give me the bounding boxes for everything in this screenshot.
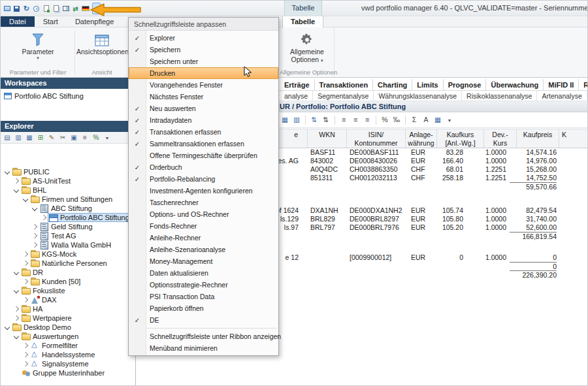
menu-item-taschenrechner[interactable]: Taschenrechner (129, 197, 278, 208)
new-folder-icon[interactable] (35, 133, 46, 143)
de-flag-icon[interactable] (81, 3, 90, 14)
tab-reporting[interactable]: Reporting (579, 79, 588, 90)
intraday-icon[interactable] (32, 3, 41, 14)
menu-item-menueband-minimieren[interactable]: Menüband minimieren (129, 342, 278, 354)
tree-item-handelssysteme[interactable]: Handelssysteme (1, 350, 135, 359)
workspace-item-portfolio-abc-stiftung[interactable]: Portfolio ABC Stiftung (1, 90, 135, 101)
orderbook-icon[interactable] (61, 3, 70, 14)
grid-icon[interactable]: ▦ (433, 115, 443, 125)
bulk-transactions-icon[interactable] (52, 3, 60, 14)
percent-icon[interactable]: % (380, 115, 390, 125)
menu-item-portfolio-rebalancing[interactable]: ✓Portfolio-Rebalancing (129, 173, 278, 185)
properties-icon[interactable] (69, 133, 79, 143)
chevron-icon[interactable] (12, 287, 20, 295)
tree-item-portfolio-abc-stiftung[interactable]: Portfolio ABC Stiftung (1, 213, 135, 222)
chevron-ic icon[interactable] (22, 195, 29, 203)
tab-datei[interactable]: Datei (1, 16, 35, 27)
sort-desc-icon[interactable]: ⇅ (321, 115, 331, 125)
menu-item-anleihe-rechner[interactable]: Anleihe-Rechner (129, 232, 278, 244)
chevron-icon[interactable] (31, 223, 39, 231)
tree-item-auswertungen[interactable]: Auswertungen (1, 332, 135, 341)
chevron-icon[interactable] (22, 259, 29, 267)
tree-item-public[interactable]: PUBLIC (1, 167, 135, 176)
chevron-icon[interactable] (12, 186, 20, 194)
tab-limits[interactable]: Limits (412, 79, 443, 90)
menu-item-orderbuch[interactable]: ✓Orderbuch (129, 161, 278, 173)
parameter-button[interactable]: Parameter ▾ (15, 29, 61, 60)
tree-item-desktop-demo[interactable]: Desktop Demo (1, 323, 135, 332)
chevron-icon[interactable] (12, 314, 20, 322)
tree-item-as-unittest[interactable]: AS-UnitTest (1, 176, 135, 185)
cut-icon[interactable] (57, 133, 68, 143)
menu-item-drucken[interactable]: Drucken (129, 67, 278, 79)
column-header-wkn[interactable]: WKN (308, 129, 347, 148)
columns-view-icon[interactable] (24, 133, 35, 143)
sort-asc-icon[interactable]: ⇅ (309, 115, 319, 125)
tree-item-abc-stiftung[interactable]: ABC Stiftung (1, 204, 135, 213)
menu-item-vorangehendes-fenster[interactable]: Vorangehendes Fenster (129, 79, 278, 91)
menu-item-psi-transaction-data[interactable]: PSI Transaction Data (129, 291, 278, 302)
tree-item-kgs-mock[interactable]: KGS-Mock (1, 249, 135, 259)
tab-mifid-ii[interactable]: MiFID II (544, 79, 579, 90)
subtab-segmentanalyse[interactable]: Segmentanalyse (313, 91, 374, 101)
column-header-k[interactable]: K (559, 129, 588, 148)
tab-transaktionen[interactable]: Transaktionen (315, 79, 374, 90)
menu-item-investment-agenten-konfigurieren[interactable]: Investment-Agenten konfigurieren (129, 185, 278, 197)
tab-start[interactable]: Start (35, 16, 67, 27)
subtab-artenanalyse[interactable]: Artenanalyse (537, 91, 587, 101)
chevron-icon[interactable] (22, 342, 29, 349)
collapse-icon[interactable] (102, 133, 112, 143)
menu-item-de[interactable]: ✓DE (129, 314, 278, 326)
menu-item-intradaydaten[interactable]: ✓Intradaydaten (129, 114, 278, 126)
column-header-devkurs[interactable]: Dev.-Kurs (484, 129, 517, 148)
menu-item-papierkorb-oeffnen[interactable]: Papierkorb öffnen (129, 302, 278, 314)
chevron-icon[interactable] (31, 241, 39, 249)
filter-icon[interactable] (80, 133, 90, 143)
chevron-icon[interactable] (12, 177, 20, 185)
menu-item-optionsstrategie-rechner[interactable]: Optionsstrategie-Rechner (129, 279, 278, 291)
chevron-icon[interactable] (31, 204, 39, 212)
column-header-kaufkurs[interactable]: Kaufkurs[Anl.-Wg.] (437, 129, 484, 148)
chevron-icon[interactable] (12, 305, 20, 313)
edit-icon[interactable] (46, 133, 57, 143)
chevron-icon[interactable] (3, 168, 11, 176)
tree-item-ha[interactable]: HA (1, 304, 135, 314)
tab-ueberwachung[interactable]: Überwachung (486, 79, 544, 90)
menu-item-anleihe-szenarioanalyse[interactable]: Anleihe-Szenarioanalyse (129, 244, 278, 255)
tab-prognose[interactable]: Prognose (444, 79, 487, 90)
allgemeine-optionen-button[interactable]: Allgemeine Optionen ▾ (283, 29, 331, 63)
subtab-analyse[interactable]: analyse (280, 91, 313, 101)
tree-item-walla-walla-gmbh[interactable]: Walla Walla GmbH (1, 240, 135, 249)
refresh-icon[interactable] (22, 3, 31, 14)
rebalancing-icon[interactable] (71, 3, 80, 14)
dropdown-icon[interactable] (444, 115, 455, 125)
menu-item-qat-unter-ribbon[interactable]: Schnellzugriffsleiste unter Ribbon anzei… (129, 330, 278, 342)
chevron-icon[interactable] (22, 278, 29, 285)
tab-ertraege[interactable]: Erträge (280, 79, 315, 90)
subtab-waehrungsklassenanalyse[interactable]: Währungsklassenanalyse (374, 91, 462, 101)
save-icon[interactable] (12, 3, 21, 14)
tree-item-fokusliste[interactable]: Fokusliste (1, 286, 135, 295)
tree-item-kunden[interactable]: Kunden [50] (1, 277, 135, 286)
tree-view-icon[interactable] (2, 133, 12, 143)
chevron-icon[interactable] (40, 214, 48, 221)
tab-tabelle-active[interactable]: Tabelle (282, 16, 323, 27)
tree-item-natuerliche-personen[interactable]: Natürliche Personen (1, 259, 135, 268)
menu-item-options-und-os-rechner[interactable]: Options- und OS-Rechner (129, 208, 278, 220)
chevron-icon[interactable] (22, 250, 29, 258)
subtab-risikoklassenanalyse[interactable]: Risikoklassenanalyse (462, 91, 537, 101)
tree-item-wertpapiere[interactable]: Wertpapiere (1, 314, 135, 323)
menu-item-transaktionen-erfassen[interactable]: ✓Transaktionen erfassen (129, 126, 278, 138)
chevron-icon[interactable] (12, 268, 20, 276)
ansichtsoptionen-button[interactable]: Ansichtsoptionen (76, 29, 127, 56)
column-header-anlagewaehrung[interactable]: Anlage-währung (406, 129, 437, 148)
tree-item-dax[interactable]: DAX (1, 295, 135, 304)
chevron-icon[interactable] (22, 296, 29, 304)
transactions-icon[interactable] (42, 3, 50, 14)
chevron-icon[interactable] (31, 232, 39, 240)
menu-item-speichern[interactable]: ✓Speichern (129, 44, 278, 56)
permille-icon[interactable]: ‰ (391, 115, 402, 125)
column-header-kaufpreis[interactable]: Kaufpreis (517, 129, 559, 148)
chevron-icon[interactable] (22, 360, 29, 368)
percent-icon[interactable] (91, 133, 101, 143)
